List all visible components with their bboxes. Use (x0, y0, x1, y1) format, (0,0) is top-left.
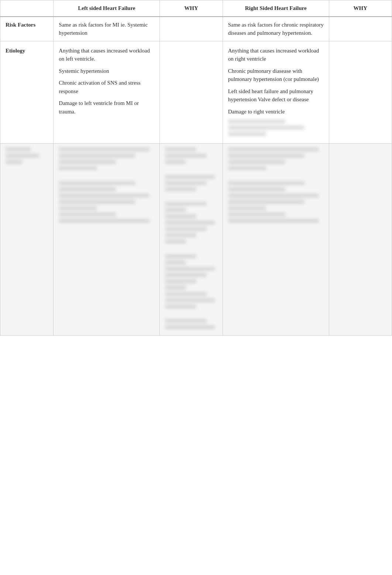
etiology-left-content: Anything that causes increased workload … (54, 41, 160, 144)
etiology-right-blurred (228, 119, 324, 136)
etiology-right-item-1: Anything that causes increased workload … (228, 47, 324, 63)
blurred-why-left-text (165, 147, 217, 329)
etiology-right-item-2: Chronic pulmonary diasease with pulmonar… (228, 67, 324, 84)
etiology-right-item-4: Damage to right ventricle (228, 108, 324, 116)
etiology-left-item-3: Chronic activation of SNS and stress res… (59, 79, 154, 95)
header-col0 (0, 0, 54, 17)
risk-factors-right-text: Same as risk factors for chronic respira… (228, 21, 324, 37)
risk-factors-row: Risk Factors Same as risk factors for MI… (0, 17, 392, 41)
etiology-why-right (329, 41, 392, 144)
risk-factors-left-para: Same as risk factors for MI ie. Systemic… (59, 21, 154, 37)
table-header-row: Left sided Heart Failure WHY Right Sided… (0, 0, 392, 17)
blurred-why-right (329, 144, 392, 336)
header-why-left: WHY (160, 0, 223, 17)
risk-factors-why-left (160, 17, 223, 41)
etiology-left-text: Anything that causes increased workload … (59, 47, 154, 116)
etiology-why-left (160, 41, 223, 144)
etiology-right-content: Anything that causes increased workload … (223, 41, 329, 144)
etiology-left-item-1: Anything that causes increased workload … (59, 47, 154, 63)
etiology-left-item-4: Damage to left ventricle from MI or trau… (59, 99, 154, 116)
blurred-right-content (223, 144, 329, 336)
header-why-right: WHY (329, 0, 392, 17)
risk-factors-left-content: Same as risk factors for MI ie. Systemic… (54, 17, 160, 41)
comparison-table: Left sided Heart Failure WHY Right Sided… (0, 0, 392, 336)
etiology-right-item-3: Left sided heart failure and pulmonary h… (228, 87, 324, 104)
blurred-label (0, 144, 54, 336)
risk-factors-label: Risk Factors (0, 17, 54, 41)
etiology-label: Etiology (0, 41, 54, 144)
etiology-left-item-2: Systemic hypertension (59, 67, 154, 75)
blurred-label-content (6, 147, 48, 164)
blurred-why-left (160, 144, 223, 336)
etiology-row: Etiology Anything that causes increased … (0, 41, 392, 144)
header-right-failure: Right Sided Heart Failure (223, 0, 329, 17)
header-left-failure: Left sided Heart Failure (54, 0, 160, 17)
blurred-row (0, 144, 392, 336)
blurred-left-text (59, 147, 154, 223)
etiology-right-text: Anything that causes increased workload … (228, 47, 324, 136)
blurred-right-text (228, 147, 324, 223)
risk-factors-right-content: Same as risk factors for chronic respira… (223, 17, 329, 41)
risk-factors-right-para: Same as risk factors for chronic respira… (228, 21, 324, 37)
blurred-left-content (54, 144, 160, 336)
risk-factors-why-right (329, 17, 392, 41)
risk-factors-left-text: Same as risk factors for MI ie. Systemic… (59, 21, 154, 37)
